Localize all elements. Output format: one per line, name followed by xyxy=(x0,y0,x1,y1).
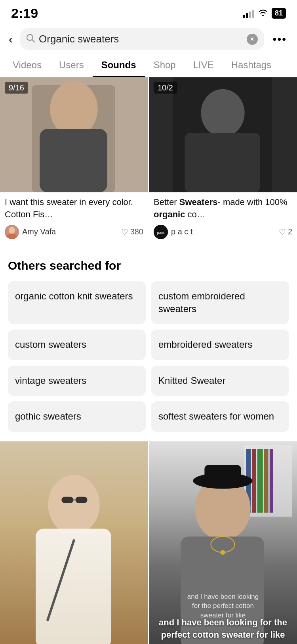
suggestion-softest-sweaters[interactable]: softest sweaters for women xyxy=(151,401,289,431)
tab-videos[interactable]: Videos xyxy=(4,54,50,77)
suggestion-vintage-sweaters[interactable]: vintage sweaters xyxy=(8,366,146,396)
others-searched-section: Others searched for organic cotton knit … xyxy=(0,245,297,440)
svg-rect-26 xyxy=(257,449,263,512)
svg-rect-31 xyxy=(204,465,241,485)
video-title-right: Better Sweaters- made with 100% organic … xyxy=(154,196,292,221)
video-likes-right: ♡ 2 xyxy=(279,227,292,237)
suggestion-row-3: vintage sweaters Knitted Sweater xyxy=(8,366,289,396)
video-author-right: pact p a c t xyxy=(154,225,192,239)
suggestion-row-2: custom sweaters embroidered sweaters xyxy=(8,330,289,360)
svg-point-16 xyxy=(48,475,99,534)
video-info-left: I want this sweater in every color. Cott… xyxy=(0,192,148,245)
svg-point-4 xyxy=(50,81,97,137)
search-bar[interactable]: Organic sweaters × xyxy=(20,28,264,50)
tab-users[interactable]: Users xyxy=(50,54,93,77)
search-query[interactable]: Organic sweaters xyxy=(39,33,243,45)
clear-search-button[interactable]: × xyxy=(247,34,258,45)
video-author-left: Amy Vafa xyxy=(5,225,56,239)
suggestion-knitted-sweater[interactable]: Knitted Sweater xyxy=(151,366,289,396)
suggestions-grid: organic cotton knit sweaters custom embr… xyxy=(8,281,289,432)
svg-line-1 xyxy=(32,40,35,42)
status-icons: 81 xyxy=(243,8,286,19)
tab-hashtags[interactable]: Hashtags xyxy=(223,54,280,77)
search-icon xyxy=(26,34,35,44)
more-options-button[interactable]: ••• xyxy=(270,31,290,47)
likes-count-left: 380 xyxy=(130,227,143,236)
status-time: 2:19 xyxy=(11,6,38,21)
nav-tabs: Videos Users Sounds Shop LIVE Hashtags xyxy=(0,54,297,77)
video-date-right: 10/2 xyxy=(154,82,177,94)
tab-shop[interactable]: Shop xyxy=(145,54,185,77)
video-card-left[interactable]: 9/16 I want this sweater in every color.… xyxy=(0,77,148,245)
suggestion-gothic-sweaters[interactable]: gothic sweaters xyxy=(8,401,146,431)
tab-live[interactable]: LIVE xyxy=(185,54,223,77)
others-searched-title: Others searched for xyxy=(8,259,289,272)
bottom-video-card-left[interactable] xyxy=(0,441,148,644)
overlay-text-top: and I have been lookingfor the perfect c… xyxy=(153,592,293,620)
overlay-text-bottom: and I have been looking for the perfect … xyxy=(153,617,293,641)
suggestion-embroidered-sweaters[interactable]: embroidered sweaters xyxy=(151,330,289,360)
search-area: ‹ Organic sweaters × ••• xyxy=(0,24,297,54)
svg-rect-19 xyxy=(76,496,88,503)
video-meta-right: pact p a c t ♡ 2 xyxy=(154,225,292,239)
wifi-icon xyxy=(258,8,268,19)
battery-icon: 81 xyxy=(272,8,286,19)
video-card-right[interactable]: 10/2 Better Sweaters- made with 100% org… xyxy=(149,77,297,245)
svg-point-11 xyxy=(201,89,244,137)
suggestion-row-1: organic cotton knit sweaters custom embr… xyxy=(8,281,289,324)
author-name-left: Amy Vafa xyxy=(22,227,56,236)
status-bar: 2:19 81 xyxy=(0,0,297,24)
author-avatar-left xyxy=(5,225,19,239)
svg-rect-5 xyxy=(40,129,107,192)
svg-rect-12 xyxy=(185,133,260,192)
tab-sounds[interactable]: Sounds xyxy=(93,54,145,77)
svg-text:pact: pact xyxy=(157,231,165,235)
video-info-right: Better Sweaters- made with 100% organic … xyxy=(149,192,297,245)
suggestion-row-4: gothic sweaters softest sweaters for wom… xyxy=(8,401,289,431)
bottom-video-grid: and I have been lookingfor the perfect c… xyxy=(0,441,297,644)
author-avatar-pact: pact xyxy=(154,225,168,239)
bottom-video-card-right[interactable]: and I have been lookingfor the perfect c… xyxy=(149,441,297,644)
signal-icon xyxy=(243,9,254,18)
suggestion-custom-embroidered[interactable]: custom embroidered sweaters xyxy=(151,281,289,324)
svg-point-0 xyxy=(27,34,33,40)
svg-point-34 xyxy=(220,550,225,555)
suggestion-custom-sweaters[interactable]: custom sweaters xyxy=(8,330,146,360)
video-date-left: 9/16 xyxy=(5,82,28,94)
video-meta-left: Amy Vafa ♡ 380 xyxy=(5,225,143,239)
svg-rect-25 xyxy=(252,449,256,512)
video-results-grid: 9/16 I want this sweater in every color.… xyxy=(0,77,297,245)
svg-point-7 xyxy=(9,227,15,234)
heart-icon-left: ♡ xyxy=(121,227,128,237)
video-thumbnail-left xyxy=(0,77,148,192)
video-thumbnail-right xyxy=(149,77,297,192)
svg-rect-17 xyxy=(36,528,111,644)
svg-rect-27 xyxy=(264,449,268,512)
author-name-right: p a c t xyxy=(171,227,192,236)
svg-rect-28 xyxy=(270,449,273,512)
likes-count-right: 2 xyxy=(288,227,292,236)
suggestion-organic-cotton-knit[interactable]: organic cotton knit sweaters xyxy=(8,281,146,324)
back-button[interactable]: ‹ xyxy=(7,31,14,48)
video-likes-left: ♡ 380 xyxy=(121,227,143,237)
video-title-left: I want this sweater in every color. Cott… xyxy=(5,196,143,221)
heart-icon-right: ♡ xyxy=(279,227,286,237)
svg-rect-18 xyxy=(61,496,73,503)
